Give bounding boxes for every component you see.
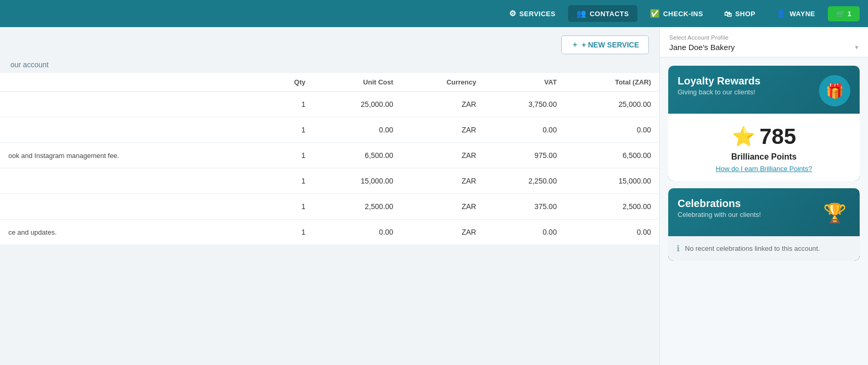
wayne-nav-button[interactable]: 👤 WAYNE (768, 5, 823, 22)
contacts-label: CONTACTS (589, 10, 629, 18)
cell-description: ook and Instagram management fee. (0, 143, 264, 168)
celebrations-body: ℹ No recent celebrations linked to this … (668, 236, 860, 261)
profile-select-dropdown[interactable]: Jane Doe's Bakery ▾ (669, 43, 859, 52)
brilliance-points-label: Brilliance Points (731, 152, 797, 162)
table-row: ook and Instagram management fee. 1 6,50… (0, 143, 659, 168)
cell-description (0, 194, 264, 220)
content-area: ＋ + NEW SERVICE our account Qty Unit Cos… (0, 27, 659, 365)
cell-currency: ZAR (402, 194, 485, 220)
cell-unit-cost: 0.00 (314, 220, 401, 245)
table-row: 1 15,000.00 ZAR 2,250.00 15,000.00 (0, 168, 659, 194)
cell-description: ce and updates. (0, 220, 264, 245)
shop-label: SHOP (735, 10, 755, 18)
right-sidebar: Select Account Profile Jane Doe's Bakery… (659, 27, 868, 365)
loyalty-subtitle: Giving back to our clients! (678, 88, 761, 96)
cell-unit-cost: 25,000.00 (314, 92, 401, 117)
celebrations-text: Celebrations Celebrating with our client… (678, 198, 761, 218)
cell-unit-cost: 6,500.00 (314, 143, 401, 168)
loyalty-text: Loyalty Rewards Giving back to our clien… (678, 75, 761, 96)
cell-total: 6,500.00 (565, 143, 659, 168)
user-icon: 👤 (776, 9, 787, 18)
cell-total: 0.00 (565, 220, 659, 245)
cell-vat: 2,250.00 (485, 168, 565, 194)
cell-unit-cost: 2,500.00 (314, 194, 401, 220)
cart-button[interactable]: 🛒 1 (828, 6, 860, 21)
cell-currency: ZAR (402, 143, 485, 168)
checkins-icon: ✅ (650, 9, 660, 18)
celebrations-icon: 🏆 (819, 198, 850, 229)
header-description (0, 73, 264, 92)
points-display: ⭐ 785 (732, 124, 796, 149)
cell-qty: 1 (264, 92, 314, 117)
header-currency: Currency (402, 73, 485, 92)
table-row: 1 0.00 ZAR 0.00 0.00 (0, 117, 659, 143)
table-header-row: Qty Unit Cost Currency VAT Total (ZAR) (0, 73, 659, 92)
star-icon: ⭐ (732, 126, 755, 148)
table-row: ce and updates. 1 0.00 ZAR 0.00 0.00 (0, 220, 659, 245)
service-table: Qty Unit Cost Currency VAT Total (ZAR) 1… (0, 73, 659, 245)
cell-qty: 1 (264, 220, 314, 245)
cell-currency: ZAR (402, 117, 485, 143)
header-qty: Qty (264, 73, 314, 92)
celebrations-header: Celebrations Celebrating with our client… (668, 188, 860, 236)
cell-qty: 1 (264, 194, 314, 220)
account-profile-label: Select Account Profile (669, 34, 859, 41)
header-total: Total (ZAR) (565, 73, 659, 92)
earn-points-link[interactable]: How do I earn Brilliance Points? (716, 165, 812, 173)
loyalty-title: Loyalty Rewards (678, 75, 761, 87)
new-service-bar: ＋ + NEW SERVICE (0, 27, 659, 58)
cart-count: 1 (848, 10, 851, 18)
services-icon: ⚙ (509, 9, 516, 18)
cell-currency: ZAR (402, 220, 485, 245)
plus-icon: ＋ (571, 40, 578, 50)
loyalty-icon: 🎁 (819, 75, 850, 106)
cell-total: 25,000.00 (565, 92, 659, 117)
header-vat: VAT (485, 73, 565, 92)
account-profile-selector: Select Account Profile Jane Doe's Bakery… (660, 27, 868, 57)
table-row: 1 2,500.00 ZAR 375.00 2,500.00 (0, 194, 659, 220)
cell-total: 0.00 (565, 117, 659, 143)
cell-description (0, 117, 264, 143)
celebrations-title: Celebrations (678, 198, 761, 210)
main-layout: ＋ + NEW SERVICE our account Qty Unit Cos… (0, 27, 868, 365)
loyalty-header: Loyalty Rewards Giving back to our clien… (668, 66, 860, 114)
info-icon: ℹ (677, 244, 680, 253)
no-celebrations-msg: No recent celebrations linked to this ac… (685, 245, 820, 252)
cell-vat: 975.00 (485, 143, 565, 168)
loyalty-card: Loyalty Rewards Giving back to our clien… (668, 66, 860, 181)
cell-qty: 1 (264, 168, 314, 194)
contacts-nav-button[interactable]: 👥 CONTACTS (568, 5, 637, 22)
new-service-label: + NEW SERVICE (582, 41, 639, 49)
loyalty-points-area: ⭐ 785 Brilliance Points How do I earn Br… (668, 114, 860, 181)
checkins-nav-button[interactable]: ✅ CHECK-INS (642, 5, 712, 22)
new-service-button[interactable]: ＋ + NEW SERVICE (561, 35, 649, 54)
cell-unit-cost: 0.00 (314, 117, 401, 143)
profile-value: Jane Doe's Bakery (669, 43, 734, 52)
shop-icon: 🛍 (724, 9, 732, 18)
cell-description (0, 92, 264, 117)
chevron-down-icon: ▾ (855, 43, 859, 51)
wayne-label: WAYNE (790, 10, 815, 18)
cell-qty: 1 (264, 117, 314, 143)
header-unit-cost: Unit Cost (314, 73, 401, 92)
services-label: SERVICES (519, 10, 556, 18)
cell-description (0, 168, 264, 194)
cell-vat: 0.00 (485, 220, 565, 245)
celebrations-subtitle: Celebrating with our clients! (678, 211, 761, 218)
cell-vat: 3,750.00 (485, 92, 565, 117)
cell-total: 2,500.00 (565, 194, 659, 220)
cell-qty: 1 (264, 143, 314, 168)
cell-unit-cost: 15,000.00 (314, 168, 401, 194)
top-navigation: ⚙ SERVICES 👥 CONTACTS ✅ CHECK-INS 🛍 SHOP… (0, 0, 868, 27)
cell-total: 15,000.00 (565, 168, 659, 194)
shop-nav-button[interactable]: 🛍 SHOP (716, 6, 764, 22)
cell-vat: 375.00 (485, 194, 565, 220)
cell-currency: ZAR (402, 168, 485, 194)
points-number: 785 (760, 124, 796, 149)
services-nav-button[interactable]: ⚙ SERVICES (501, 5, 564, 22)
celebrations-card: Celebrations Celebrating with our client… (668, 188, 860, 261)
cart-icon: 🛒 (836, 10, 845, 18)
contacts-icon: 👥 (576, 9, 587, 18)
cell-currency: ZAR (402, 92, 485, 117)
account-label: our account (0, 58, 659, 73)
